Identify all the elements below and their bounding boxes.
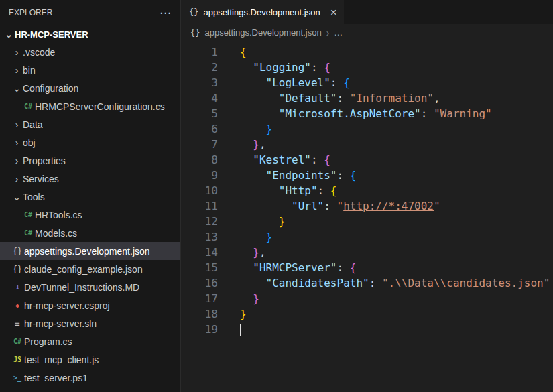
close-tab-icon[interactable]: × [330,7,337,18]
code-line-11[interactable]: 11 "Url": "http://*:47002" [181,198,553,214]
tree-item-label: Configuration [23,83,78,94]
file-item-test_mcp_client.js[interactable]: JStest_mcp_client.js [0,350,180,369]
tree-item-label: HRMCPServerConfiguration.cs [35,101,165,112]
line-number: 9 [181,168,218,183]
line-content: { [218,44,247,60]
more-actions-icon[interactable]: ⋯ [160,7,171,19]
line-content: "Microsoft.AspNetCore": "Warning" [218,106,492,121]
code-editor[interactable]: 1{2 "Logging": {3 "LogLevel": {4 "Defaul… [181,41,553,392]
line-number: 12 [181,214,218,229]
line-content: "Default": "Information", [218,90,440,106]
chevron-right-icon: › [326,27,330,38]
file-item-hr-mcp-server.sln[interactable]: ≡hr-mcp-server.sln [0,314,180,332]
code-line-9[interactable]: 9 "Endpoints": { [181,168,553,183]
chevron-right-icon: › [11,174,23,184]
code-line-6[interactable]: 6 } [181,121,553,137]
code-line-13[interactable]: 13 } [181,229,553,245]
tree-item-label: DevTunnel_Instructions.MD [24,282,139,293]
line-content: } [218,291,259,306]
json-icon: {} [11,247,24,255]
file-item-hr-mcp-server.csproj[interactable]: ◆hr-mcp-server.csproj [0,296,180,314]
code-line-12[interactable]: 12 } [181,214,553,229]
line-number: 8 [181,152,218,168]
file-item-HRTools.cs[interactable]: C#HRTools.cs [0,206,180,224]
file-item-test_server.ps1[interactable]: >_test_server.ps1 [0,369,180,387]
tab-bar: {} appsettings.Development.json × [181,0,553,24]
folder-item-Services[interactable]: ›Services [0,170,180,188]
editor-area: {} appsettings.Development.json × {} app… [181,0,553,392]
line-number: 16 [181,275,218,291]
line-content: } [218,121,272,137]
text-cursor [240,324,241,336]
json-icon: {} [189,7,198,17]
line-content: }, [218,137,266,152]
code-line-16[interactable]: 16 "CandidatesPath": ".\\Data\\candidate… [181,275,553,291]
folder-item-.vscode[interactable]: ›.vscode [0,43,180,61]
js-icon: JS [11,356,24,363]
folder-item-obj[interactable]: ›obj [0,133,180,151]
line-number: 4 [181,90,218,106]
breadcrumb-file[interactable]: appsettings.Development.json [204,27,321,38]
line-number: 13 [181,229,218,245]
tree-item-label: claude_config_example.json [24,264,143,275]
code-line-7[interactable]: 7 }, [181,137,553,152]
tree-item-label: .vscode [23,47,55,58]
line-number: 17 [181,291,218,306]
code-line-15[interactable]: 15 "HRMCPServer": { [181,260,553,275]
chevron-right-icon: › [11,48,23,57]
file-item-appsettings.Development.json[interactable]: {}appsettings.Development.json [0,242,180,260]
code-line-17[interactable]: 17 } [181,291,553,306]
folder-item-Properties[interactable]: ›Properties [0,151,180,170]
line-number: 11 [181,198,218,214]
explorer-title: EXPLORER [9,8,52,17]
folder-item-bin[interactable]: ›bin [0,61,180,79]
chevron-down-icon: ⌄ [11,84,23,93]
file-item-Program.cs[interactable]: C#Program.cs [0,332,180,350]
tree-item-label: hr-mcp-server.sln [24,318,97,329]
file-item-claude_config_example.json[interactable]: {}claude_config_example.json [0,260,180,278]
project-root-row[interactable]: ⌄ HR-MCP-SERVER [0,25,180,43]
code-line-5[interactable]: 5 "Microsoft.AspNetCore": "Warning" [181,106,553,121]
code-line-18[interactable]: 18} [181,306,553,322]
file-item-DevTunnel_Instructions.MD[interactable]: ⬇DevTunnel_Instructions.MD [0,278,180,296]
code-line-2[interactable]: 2 "Logging": { [181,60,553,75]
code-line-4[interactable]: 4 "Default": "Information", [181,90,553,106]
line-number: 14 [181,245,218,260]
breadcrumb: {} appsettings.Development.json › … [181,24,553,41]
line-content: "Url": "http://*:47002" [218,198,440,214]
code-line-14[interactable]: 14 }, [181,245,553,260]
folder-item-Tools[interactable]: ⌄Tools [0,188,180,206]
explorer-sidebar: EXPLORER ⋯ ⌄ HR-MCP-SERVER ›.vscode›bin⌄… [0,0,181,392]
line-content: "Http": { [218,183,337,198]
folder-item-Data[interactable]: ›Data [0,115,180,133]
breadcrumb-more[interactable]: … [334,27,343,38]
sln-icon: ≡ [11,319,24,328]
chevron-down-icon: ⌄ [11,192,23,202]
code-line-19[interactable]: 19 [181,322,553,337]
line-content: "HRMCPServer": { [218,260,356,275]
chevron-down-icon: ⌄ [3,29,15,39]
line-content: "Endpoints": { [218,168,356,183]
code-line-10[interactable]: 10 "Http": { [181,183,553,198]
code-line-3[interactable]: 3 "LogLevel": { [181,75,553,90]
line-number: 5 [181,106,218,121]
chevron-right-icon: › [11,156,23,166]
code-line-1[interactable]: 1{ [181,44,553,60]
line-content: "CandidatesPath": ".\\Data\\candidates.j… [218,275,550,291]
line-content: }, [218,245,266,260]
tree-item-label: Data [23,119,43,130]
markdown-icon: ⬇ [11,283,24,291]
tree-item-label: test_mcp_client.js [24,354,99,365]
folder-item-Configuration[interactable]: ⌄Configuration [0,79,180,97]
code-line-8[interactable]: 8 "Kestrel": { [181,152,553,168]
line-content: "LogLevel": { [218,75,350,90]
tab-label: appsettings.Development.json [203,7,320,17]
csproj-icon: ◆ [11,302,24,309]
tree-item-label: Services [23,174,59,184]
vscode-window: EXPLORER ⋯ ⌄ HR-MCP-SERVER ›.vscode›bin⌄… [0,0,553,392]
line-number: 6 [181,121,218,137]
file-item-HRMCPServerConfiguration.cs[interactable]: C#HRMCPServerConfiguration.cs [0,97,180,115]
tree-item-label: obj [23,137,36,148]
file-item-Models.cs[interactable]: C#Models.cs [0,224,180,242]
tab-appsettings-development-json[interactable]: {} appsettings.Development.json × [181,0,344,24]
